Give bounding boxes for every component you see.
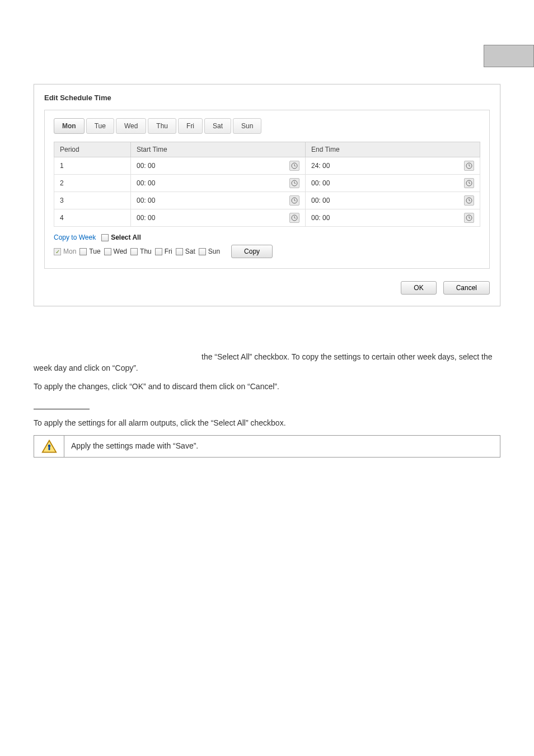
day-label: Thu <box>140 248 152 255</box>
day-check-row: ✓MonTueWedThuFriSatSunCopy <box>54 245 480 258</box>
tab-fri[interactable]: Fri <box>178 118 203 134</box>
dialog-inner: Mon Tue Wed Thu Fri Sat Sun Period Start… <box>44 110 490 269</box>
checkbox-icon <box>79 248 87 255</box>
tab-wed[interactable]: Wed <box>116 118 146 134</box>
tab-tue[interactable]: Tue <box>86 118 114 134</box>
day-checkbox-sun[interactable]: Sun <box>199 248 220 255</box>
checkbox-icon: ✓ <box>54 248 61 255</box>
day-label: Sat <box>185 248 195 255</box>
tab-sun[interactable]: Sun <box>233 118 261 134</box>
day-tabs: Mon Tue Wed Thu Fri Sat Sun <box>54 118 480 134</box>
col-period: Period <box>54 142 131 157</box>
day-checkbox-mon: ✓Mon <box>54 248 76 255</box>
divider <box>34 409 90 409</box>
end-time-cell[interactable]: 24: 00 <box>305 157 480 175</box>
period-cell: 4 <box>54 209 131 227</box>
table-row: 300: 0000: 00 <box>54 192 480 209</box>
checkbox-icon <box>104 248 111 255</box>
end-time-cell[interactable]: 00: 00 <box>305 175 480 192</box>
select-all-label: Select All <box>111 234 141 241</box>
clock-icon[interactable] <box>464 195 474 206</box>
clock-icon[interactable] <box>289 195 299 206</box>
day-label: Fri <box>165 248 172 255</box>
clock-icon[interactable] <box>289 178 299 188</box>
copy-button[interactable]: Copy <box>231 245 273 258</box>
col-end: End Time <box>305 142 480 157</box>
day-checkbox-fri[interactable]: Fri <box>155 248 172 255</box>
day-label: Wed <box>114 248 127 255</box>
cancel-button[interactable]: Cancel <box>443 281 490 295</box>
paragraph-2: To apply the changes, click “OK” and to … <box>34 381 500 392</box>
paragraph-1: the “Select All” checkbox. To copy the s… <box>34 351 500 374</box>
ok-button[interactable]: OK <box>401 281 436 295</box>
clock-icon[interactable] <box>464 161 474 171</box>
tab-thu[interactable]: Thu <box>148 118 176 134</box>
day-checkbox-tue[interactable]: Tue <box>79 248 100 255</box>
schedule-table: Period Start Time End Time 100: 0024: 00… <box>54 142 480 227</box>
day-label: Sun <box>208 248 220 255</box>
paragraph-3: To apply the settings for all alarm outp… <box>34 417 500 428</box>
table-row: 200: 0000: 00 <box>54 175 480 192</box>
day-checkbox-thu[interactable]: Thu <box>130 248 152 255</box>
clock-icon[interactable] <box>289 161 299 171</box>
checkbox-icon <box>176 248 183 255</box>
info-box: Apply the settings made with “Save”. <box>34 435 500 458</box>
start-time-cell[interactable]: 00: 00 <box>130 209 305 227</box>
warning-icon <box>41 439 57 454</box>
end-time-cell[interactable]: 00: 00 <box>305 209 480 227</box>
start-time-cell[interactable]: 00: 00 <box>130 157 305 175</box>
clock-icon[interactable] <box>464 178 474 188</box>
checkbox-icon <box>155 248 162 255</box>
tab-sat[interactable]: Sat <box>204 118 231 134</box>
select-all-checkbox[interactable]: Select All <box>101 234 141 241</box>
info-text: Apply the settings made with “Save”. <box>64 436 205 457</box>
end-time-cell[interactable]: 00: 00 <box>305 192 480 209</box>
edit-schedule-dialog: Edit Schedule Time Mon Tue Wed Thu Fri S… <box>34 84 500 306</box>
dialog-title: Edit Schedule Time <box>44 94 490 102</box>
day-checkbox-sat[interactable]: Sat <box>176 248 195 255</box>
checkbox-icon <box>101 234 109 241</box>
day-checkbox-wed[interactable]: Wed <box>104 248 127 255</box>
body-text: the “Select All” checkbox. To copy the s… <box>34 351 500 458</box>
copy-to-week-label: Copy to Week <box>54 234 96 241</box>
checkbox-icon <box>199 248 206 255</box>
start-time-cell[interactable]: 00: 00 <box>130 192 305 209</box>
info-icon-cell <box>34 436 64 457</box>
clock-icon[interactable] <box>289 213 299 223</box>
clock-icon[interactable] <box>464 213 474 223</box>
svg-rect-10 <box>48 447 50 450</box>
day-label: Tue <box>89 248 100 255</box>
page-corner-tab <box>484 45 534 67</box>
tab-mon[interactable]: Mon <box>54 118 85 134</box>
checkbox-icon <box>130 248 138 255</box>
table-row: 100: 0024: 00 <box>54 157 480 175</box>
dialog-footer: OK Cancel <box>44 281 490 295</box>
day-label: Mon <box>63 248 76 255</box>
table-row: 400: 0000: 00 <box>54 209 480 227</box>
col-start: Start Time <box>130 142 305 157</box>
period-cell: 1 <box>54 157 131 175</box>
period-cell: 3 <box>54 192 131 209</box>
period-cell: 2 <box>54 175 131 192</box>
start-time-cell[interactable]: 00: 00 <box>130 175 305 192</box>
copy-to-week-row: Copy to Week Select All <box>54 234 480 241</box>
svg-point-9 <box>48 445 50 447</box>
